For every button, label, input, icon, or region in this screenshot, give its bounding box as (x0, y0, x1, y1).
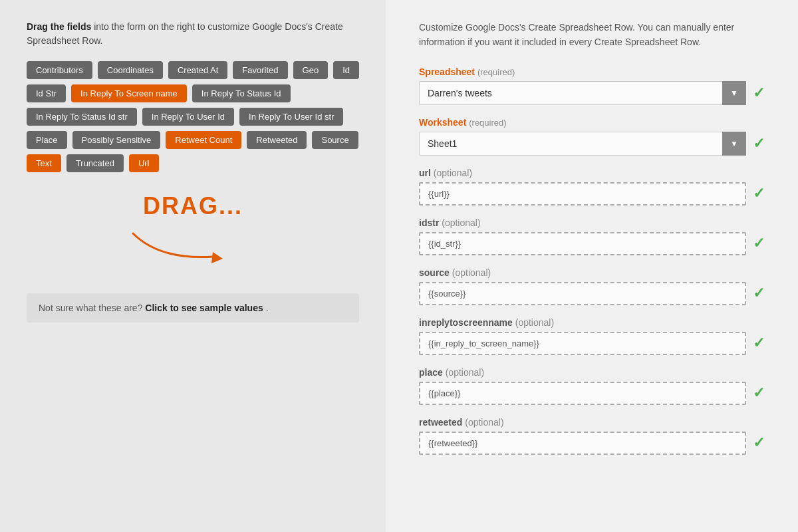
right-description: Customize Google Docs's Create Spreadshe… (419, 20, 765, 50)
field-tag-retweeted[interactable]: Retweeted (247, 131, 307, 149)
spreadsheet-group: Spreadsheet (required) Darren's tweets ▼… (419, 66, 765, 105)
worksheet-row: Sheet1 ▼ ✓ (419, 132, 765, 156)
worksheet-select[interactable]: Sheet1 (419, 132, 746, 156)
field-tag-source[interactable]: Source (312, 131, 358, 149)
optional-field-checkmark-source: ✓ (753, 285, 765, 302)
optional-field-label-source: source (optional) (419, 267, 765, 278)
spreadsheet-checkmark: ✓ (753, 84, 765, 102)
optional-field-label-inreplytoscreenname: inreplytoscreenname (optional) (419, 317, 765, 328)
optional-field-label-place: place (optional) (419, 367, 765, 378)
right-panel: Customize Google Docs's Create Spreadshe… (386, 0, 798, 532)
worksheet-label: Worksheet (required) (419, 117, 765, 128)
optional-field-row-source: ✓ (419, 282, 765, 305)
field-tag-in-reply-to-user-id[interactable]: In Reply To User Id (142, 108, 234, 126)
sample-period: . (266, 303, 269, 313)
optional-field-group-inreplytoscreenname: inreplytoscreenname (optional)✓ (419, 317, 765, 355)
field-tag-retweet-count[interactable]: Retweet Count (166, 131, 241, 149)
optional-field-input-source[interactable] (419, 282, 746, 305)
sample-values-link[interactable]: Click to see sample values (145, 303, 263, 313)
optional-field-group-source: source (optional)✓ (419, 267, 765, 305)
field-tag-in-reply-to-user-id-str[interactable]: In Reply To User Id str (239, 108, 343, 126)
field-tag-in-reply-to-screen-name[interactable]: In Reply To Screen name (71, 84, 187, 102)
optional-field-group-retweeted: retweeted (optional)✓ (419, 417, 765, 455)
worksheet-group: Worksheet (required) Sheet1 ▼ ✓ (419, 117, 765, 156)
spreadsheet-select-wrapper: Darren's tweets ▼ (419, 81, 746, 105)
field-tag-favorited[interactable]: Favorited (233, 61, 287, 79)
optional-field-group-url: url (optional)✓ (419, 168, 765, 205)
optional-field-row-place: ✓ (419, 382, 765, 405)
drag-arrow-svg (120, 220, 266, 273)
field-tag-created-at[interactable]: Created At (168, 61, 227, 79)
instruction-text: Drag the fields into the form on the rig… (27, 20, 359, 48)
field-tag-contributors[interactable]: Contributors (27, 61, 92, 79)
optional-field-row-url: ✓ (419, 182, 765, 205)
field-tag-geo[interactable]: Geo (293, 61, 329, 79)
optional-field-checkmark-inreplytoscreenname: ✓ (753, 334, 765, 352)
field-tag-truncated[interactable]: Truncated (66, 154, 124, 172)
worksheet-checkmark: ✓ (753, 135, 765, 152)
optional-field-row-retweeted: ✓ (419, 432, 765, 455)
optional-field-input-place[interactable] (419, 382, 746, 405)
optional-field-input-url[interactable] (419, 182, 746, 205)
spreadsheet-required: (required) (477, 67, 515, 77)
optional-field-checkmark-retweeted: ✓ (753, 434, 765, 452)
field-tag-id-str[interactable]: Id Str (27, 84, 66, 102)
field-tag-possibly-sensitive[interactable]: Possibly Sensitive (72, 131, 161, 149)
optional-fields-container: url (optional)✓idstr (optional)✓source (… (419, 168, 765, 455)
sample-text: Not sure what these are? (39, 303, 142, 313)
left-panel: Drag the fields into the form on the rig… (0, 0, 386, 532)
field-tag-in-reply-to-status-id[interactable]: In Reply To Status Id (192, 84, 291, 102)
optional-field-checkmark-idstr: ✓ (753, 235, 765, 252)
optional-field-row-inreplytoscreenname: ✓ (419, 332, 765, 355)
instruction-bold: Drag the fields (27, 21, 91, 32)
optional-field-input-idstr[interactable] (419, 232, 746, 255)
optional-field-group-place: place (optional)✓ (419, 367, 765, 405)
optional-field-label-idstr: idstr (optional) (419, 217, 765, 228)
drag-text: DRAG... (27, 192, 359, 220)
spreadsheet-label: Spreadsheet (required) (419, 66, 765, 77)
spreadsheet-row: Darren's tweets ▼ ✓ (419, 81, 765, 105)
optional-field-label-retweeted: retweeted (optional) (419, 417, 765, 428)
worksheet-required: (required) (469, 118, 506, 128)
field-tag-url[interactable]: Url (129, 154, 159, 172)
fields-container: ContributorsCoordinatesCreated AtFavorit… (27, 61, 359, 172)
optional-field-checkmark-place: ✓ (753, 384, 765, 402)
field-tag-id[interactable]: Id (333, 61, 359, 79)
spreadsheet-select[interactable]: Darren's tweets (419, 81, 746, 105)
optional-field-group-idstr: idstr (optional)✓ (419, 217, 765, 255)
optional-field-label-url: url (optional) (419, 168, 765, 178)
optional-field-row-idstr: ✓ (419, 232, 765, 255)
field-tag-place[interactable]: Place (27, 131, 67, 149)
sample-values-box: Not sure what these are? Click to see sa… (27, 293, 359, 323)
svg-marker-0 (211, 252, 223, 263)
drag-hint: DRAG... (27, 192, 359, 273)
optional-field-input-retweeted[interactable] (419, 432, 746, 455)
worksheet-select-wrapper: Sheet1 ▼ (419, 132, 746, 156)
field-tag-in-reply-to-status-id-str[interactable]: In Reply To Status Id str (27, 108, 137, 126)
optional-field-input-inreplytoscreenname[interactable] (419, 332, 746, 355)
field-tag-text[interactable]: Text (27, 154, 61, 172)
field-tag-coordinates[interactable]: Coordinates (98, 61, 163, 79)
optional-field-checkmark-url: ✓ (753, 185, 765, 202)
